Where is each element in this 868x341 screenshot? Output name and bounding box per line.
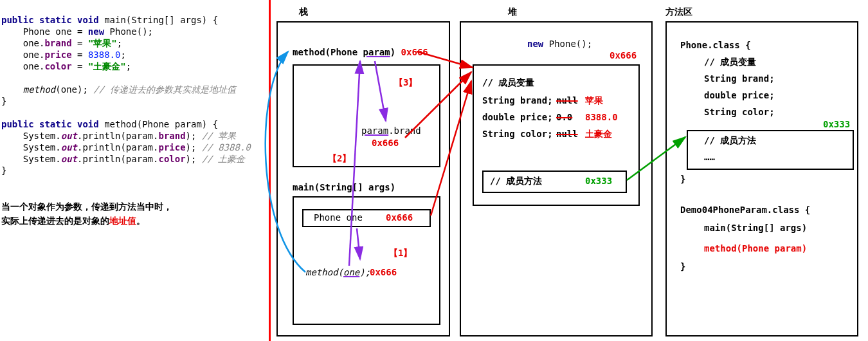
conclusion-line2c: 。 (136, 216, 145, 226)
conclusion-text: 当一个对象作为参数，传递到方法当中时， 实际上传递进去的是对象的地址值。 (1, 199, 246, 228)
code-token: System. (1, 154, 61, 164)
ma-v3: String color; (704, 107, 775, 117)
code-comment: // 土豪金 (202, 154, 245, 164)
conclusion-line1: 当一个对象作为参数，传递到方法当中时， (1, 201, 172, 212)
frame2-call-b: ( (338, 267, 343, 277)
ma-v2: double price; (704, 90, 775, 100)
heap-f1-old: null (556, 95, 578, 106)
heap-f3a: String color; (482, 129, 553, 139)
source-code: public static void main(String[] args) {… (1, 3, 271, 176)
code-comment: // 苹果 (202, 131, 236, 141)
frame1-header-c: ) (390, 47, 401, 57)
stack-label: 栈 (299, 6, 308, 18)
code-token: = (72, 50, 88, 60)
heap-new-expr: new Phone(); (527, 39, 592, 49)
code-token: brand (44, 38, 71, 48)
frame2-var-addr: 0x666 (386, 212, 413, 223)
code-token: out (61, 142, 77, 152)
heap-new-addr: 0x666 (610, 50, 637, 60)
heap-f3-old: null (556, 129, 578, 139)
code-token: one. (1, 61, 44, 71)
code-token: System. (1, 131, 61, 141)
code-token: public static void (1, 15, 99, 25)
frame2-call-d: ); (359, 267, 370, 277)
heap-f2-new: 8388.0 (585, 112, 618, 122)
code-token: = (72, 38, 88, 48)
code-token: ; (120, 50, 125, 60)
stack-frame2-header: main(String[] args) (293, 182, 395, 192)
frame1-header-a: method(Phone (293, 47, 363, 57)
code-token: System. (1, 142, 61, 152)
code-token: ; (126, 61, 131, 71)
code-token: brand (158, 131, 185, 141)
code-token: Phone one = (1, 26, 88, 37)
code-token: (one); (55, 84, 93, 95)
code-token: color (44, 61, 71, 71)
ma-dots: …… (704, 152, 715, 162)
step-tag-3: 【3】 (394, 77, 417, 89)
code-token: ; (117, 38, 122, 48)
code-token: } (1, 96, 6, 106)
code-token: } (1, 165, 6, 176)
code-token: method (1, 84, 55, 95)
heap-comment-mv: // 成员变量 (482, 77, 534, 89)
code-token: .println(param. (77, 131, 158, 141)
ma-v1: String brand; (704, 73, 775, 84)
code-token: main(String[] args) { (99, 15, 218, 25)
frame2-call-a: method (305, 267, 338, 277)
code-token: price (44, 50, 71, 60)
heap-f1a: String brand; (482, 95, 553, 106)
frame2-var-name: Phone one (314, 212, 363, 223)
methodarea-label: 方法区 (665, 6, 692, 18)
code-token: Phone(); (104, 26, 153, 37)
divider-line (269, 0, 271, 341)
code-token: ); (186, 154, 202, 164)
code-token: new (88, 26, 104, 37)
ma-cls-close: } (680, 174, 685, 184)
code-comment: // 传递进去的参数其实就是地址值 (93, 84, 235, 95)
conclusion-highlight: 地址值 (109, 216, 136, 226)
heap-f1-new: 苹果 (585, 95, 603, 107)
code-token: price (158, 142, 185, 152)
code-comment: // 8388.0 (202, 142, 251, 152)
frame1-inner-b: .brand (388, 125, 421, 136)
ma-cmt-v: // 成员变量 (704, 57, 756, 68)
ma-demo-open: Demo04PhoneParam.class { (680, 205, 810, 215)
step-tag-2: 【2】 (328, 153, 351, 165)
stack-frame1-box (293, 64, 440, 167)
code-token: out (61, 131, 77, 141)
code-token: public static void (1, 119, 99, 129)
ma-cls-open: Phone.class { (680, 40, 751, 50)
code-token: ); (186, 131, 202, 141)
heap-f2a: double price; (482, 112, 553, 122)
stack-frame1-header: method(Phone param) 0x666 (293, 47, 428, 57)
code-token: = (72, 61, 88, 71)
code-token: color (158, 154, 185, 164)
code-token: .println(param. (77, 142, 158, 152)
heap-new-kw: new (527, 39, 543, 49)
ma-cmt-m: // 成员方法 (704, 135, 756, 147)
frame1-inner-a: param (361, 125, 388, 136)
ma-demo-main: main(String[] args) (704, 223, 807, 233)
code-token: "土豪金" (88, 61, 126, 71)
code-token: .println(param. (77, 154, 158, 164)
frame2-call-c: one (343, 267, 359, 277)
code-token: one. (1, 50, 44, 60)
frame2-call-addr: 0x666 (370, 267, 397, 277)
frame1-inner-addr: 0x666 (372, 138, 399, 148)
frame1-header-addr: 0x666 (401, 47, 428, 57)
conclusion-line2a: 实际上传递进去的是对象的 (1, 216, 109, 226)
methodarea-box (665, 21, 858, 336)
code-token: one. (1, 38, 44, 48)
ma-addr: 0x333 (823, 119, 850, 129)
heap-mm-addr: 0x333 (585, 176, 612, 186)
frame1-inner: param.brand (361, 125, 421, 136)
heap-comment-mm: // 成员方法 (490, 176, 542, 187)
heap-label: 堆 (508, 6, 517, 18)
code-token: ); (186, 142, 202, 152)
code-token: "苹果" (88, 38, 117, 48)
step-tag-1: 【1】 (389, 248, 412, 259)
heap-f3-new: 土豪金 (585, 129, 612, 140)
code-token: 8388.0 (88, 50, 121, 60)
frame1-header-b: param (363, 47, 390, 57)
